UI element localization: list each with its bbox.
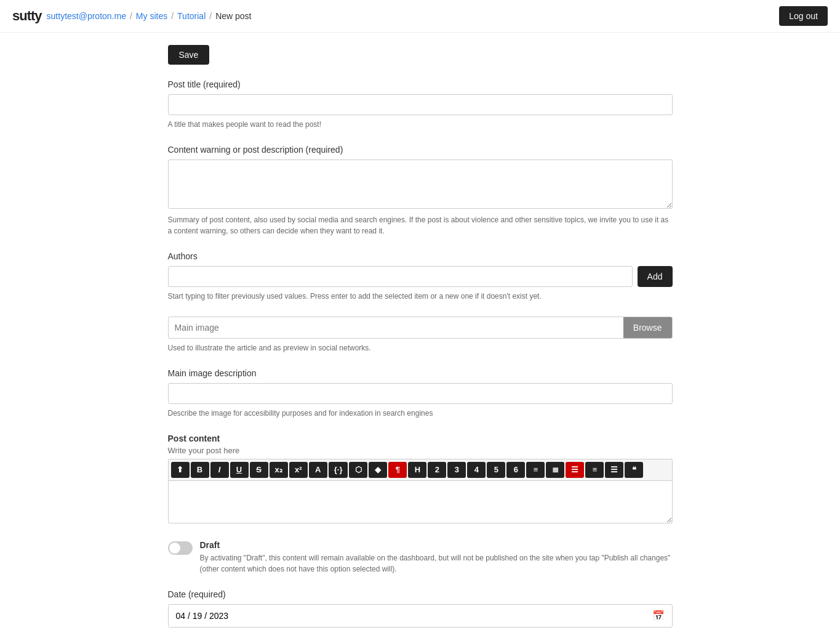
content-warning-hint: Summary of post content, also used by so…	[168, 214, 673, 236]
post-title-label: Post title (required)	[168, 79, 673, 89]
underline-toolbar-btn[interactable]: U	[230, 462, 249, 478]
browse-button[interactable]: Browse	[623, 317, 672, 338]
post-title-input[interactable]	[168, 94, 673, 115]
draft-text: Draft By activating "Draft", this conten…	[200, 540, 673, 575]
main-image-input[interactable]	[169, 318, 623, 337]
main-image-desc-hint: Describe the image for accesibility purp…	[168, 408, 673, 419]
color-toolbar-btn[interactable]: ◆	[369, 462, 387, 478]
post-content-group: Post content Write your post here ⬆BIUSx…	[168, 434, 673, 525]
breadcrumb: suttytest@proton.me / My sites / Tutoria…	[47, 11, 252, 21]
subscript-toolbar-btn[interactable]: x₂	[270, 462, 288, 478]
align-right-toolbar-btn[interactable]: ☰	[605, 462, 623, 478]
main-image-group: Browse Used to illustrate the article an…	[168, 317, 673, 353]
main-image-desc-label: Main image description	[168, 368, 673, 378]
breadcrumb-user[interactable]: suttytest@proton.me	[47, 11, 126, 21]
calendar-icon[interactable]: 📅	[645, 605, 672, 626]
date-group: Date (required) 📅 Date for this post. If…	[168, 589, 673, 630]
paragraph-toolbar-btn[interactable]: ¶	[388, 462, 407, 478]
authors-hint: Start typing to filter previously used v…	[168, 291, 673, 302]
authors-add-button[interactable]: Add	[638, 266, 673, 287]
post-content-editor[interactable]	[168, 480, 673, 523]
h2-toolbar-btn[interactable]: 2	[428, 462, 446, 478]
date-label: Date (required)	[168, 589, 673, 599]
draft-row: Draft By activating "Draft", this conten…	[168, 540, 673, 575]
font-toolbar-btn[interactable]: A	[309, 462, 327, 478]
authors-row: Add	[168, 266, 673, 287]
upload-toolbar-btn[interactable]: ⬆	[171, 462, 190, 478]
main-image-desc-group: Main image description Describe the imag…	[168, 368, 673, 419]
date-row: 📅	[168, 604, 673, 628]
ol-toolbar-btn[interactable]: ≣	[546, 462, 564, 478]
h3-toolbar-btn[interactable]: 3	[447, 462, 466, 478]
italic-toolbar-btn[interactable]: I	[210, 462, 229, 478]
blockquote-toolbar-btn[interactable]: ❝	[625, 462, 643, 478]
content-warning-group: Content warning or post description (req…	[168, 145, 673, 236]
content-warning-textarea[interactable]	[168, 160, 673, 209]
h6-toolbar-btn[interactable]: 6	[506, 462, 525, 478]
code-inline-toolbar-btn[interactable]: {·}	[329, 462, 348, 478]
strikethrough-toolbar-btn[interactable]: S	[250, 462, 268, 478]
date-input[interactable]	[169, 605, 645, 627]
h5-toolbar-btn[interactable]: 5	[487, 462, 505, 478]
breadcrumb-sep-1: /	[130, 11, 132, 21]
breadcrumb-tutorial[interactable]: Tutorial	[177, 11, 206, 21]
align-left-toolbar-btn[interactable]: ☰	[566, 462, 584, 478]
ul-toolbar-btn[interactable]: ≡	[526, 462, 545, 478]
breadcrumb-current: New post	[215, 11, 251, 21]
main-image-hint: Used to illustrate the article and as pr…	[168, 342, 673, 353]
h1-toolbar-btn[interactable]: H	[408, 462, 426, 478]
logo: sutty	[12, 8, 42, 24]
main-content: Save Post title (required) A title that …	[156, 33, 685, 630]
authors-input[interactable]	[168, 266, 633, 287]
post-title-group: Post title (required) A title that makes…	[168, 79, 673, 130]
content-warning-label: Content warning or post description (req…	[168, 145, 673, 155]
bold-toolbar-btn[interactable]: B	[191, 462, 209, 478]
authors-label: Authors	[168, 251, 673, 261]
h4-toolbar-btn[interactable]: 4	[467, 462, 486, 478]
breadcrumb-mysites[interactable]: My sites	[136, 11, 167, 21]
main-image-row: Browse	[168, 317, 673, 339]
breadcrumb-sep-3: /	[209, 11, 212, 21]
breadcrumb-sep-2: /	[171, 11, 174, 21]
draft-section: Draft By activating "Draft", this conten…	[168, 540, 673, 575]
link-toolbar-btn[interactable]: ⬡	[349, 462, 367, 478]
superscript-toolbar-btn[interactable]: x²	[289, 462, 308, 478]
draft-description: By activating "Draft", this content will…	[200, 552, 673, 575]
align-center-toolbar-btn[interactable]: ≡	[585, 462, 604, 478]
post-title-hint: A title that makes people want to read t…	[168, 119, 673, 130]
save-top-button[interactable]: Save	[168, 45, 210, 65]
post-content-label: Post content	[168, 434, 673, 443]
editor-toolbar: ⬆BIUSx₂x²A{·}⬡◆¶H23456≡≣☰≡☰❝	[168, 459, 673, 480]
main-image-desc-input[interactable]	[168, 383, 673, 404]
authors-group: Authors Add Start typing to filter previ…	[168, 251, 673, 302]
draft-toggle[interactable]	[168, 541, 193, 555]
toggle-slider	[168, 541, 193, 555]
draft-label: Draft	[200, 540, 673, 550]
post-content-hint: Write your post here	[168, 446, 673, 455]
header: sutty suttytest@proton.me / My sites / T…	[0, 0, 840, 33]
logout-button[interactable]: Log out	[779, 6, 828, 26]
